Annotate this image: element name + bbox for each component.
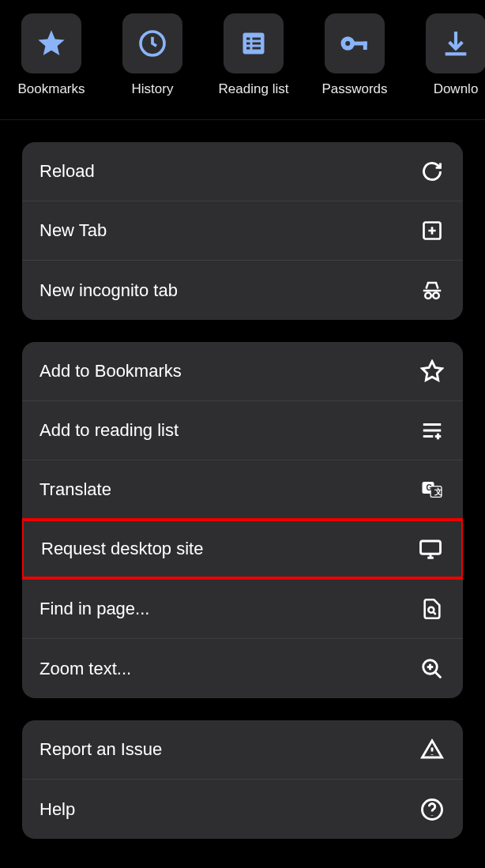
translate-label: Translate <box>39 479 111 500</box>
reload-item[interactable]: Reload <box>22 142 463 201</box>
add-reading-list-label: Add to reading list <box>39 420 179 441</box>
bookmarks-shortcut[interactable]: Bookmarks <box>12 13 91 97</box>
find-in-page-item[interactable]: Find in page... <box>22 580 463 639</box>
svg-point-13 <box>425 292 431 299</box>
zoom-text-item[interactable]: Zoom text... <box>22 639 463 698</box>
downloads-shortcut[interactable]: Downlo <box>416 13 485 97</box>
new-tab-item[interactable]: New Tab <box>22 201 463 261</box>
svg-text:文: 文 <box>434 487 442 496</box>
passwords-shortcut[interactable]: Passwords <box>315 13 394 97</box>
reload-icon <box>420 160 444 183</box>
svg-text:G: G <box>427 483 433 492</box>
svg-rect-4 <box>246 43 250 45</box>
find-in-page-icon <box>420 597 444 621</box>
new-incognito-item[interactable]: New incognito tab <box>22 261 463 320</box>
svg-point-14 <box>433 292 439 299</box>
downloads-label: Downlo <box>434 81 479 97</box>
add-bookmarks-item[interactable]: Add to Bookmarks <box>22 342 463 401</box>
svg-rect-2 <box>246 38 250 40</box>
svg-rect-7 <box>253 47 261 50</box>
reading-list-label: Reading list <box>219 81 289 97</box>
svg-rect-6 <box>246 47 250 50</box>
help-icon <box>420 798 444 821</box>
find-in-page-label: Find in page... <box>39 599 149 619</box>
report-issue-item[interactable]: Report an Issue <box>22 720 463 780</box>
bookmarks-label: Bookmarks <box>17 81 85 97</box>
new-tab-label: New Tab <box>39 220 107 241</box>
history-shortcut[interactable]: History <box>113 13 192 97</box>
star-icon <box>21 13 81 73</box>
download-icon <box>426 13 485 73</box>
svg-rect-11 <box>363 42 367 51</box>
list-add-icon <box>420 419 444 442</box>
star-outline-icon <box>420 359 444 383</box>
svg-point-21 <box>428 607 434 613</box>
reading-list-shortcut[interactable]: Reading list <box>214 13 293 97</box>
svg-point-9 <box>345 41 350 46</box>
menu-section-3: Report an Issue Help <box>22 720 463 839</box>
report-issue-label: Report an Issue <box>39 739 162 760</box>
menu-section-1: Reload New Tab New incognito tab <box>22 142 463 320</box>
incognito-icon <box>420 279 444 302</box>
new-incognito-label: New incognito tab <box>39 280 178 301</box>
add-reading-list-item[interactable]: Add to reading list <box>22 401 463 460</box>
monitor-icon <box>419 537 442 561</box>
add-bookmarks-label: Add to Bookmarks <box>39 361 182 381</box>
zoom-in-icon <box>420 657 444 681</box>
svg-rect-5 <box>253 43 261 45</box>
translate-icon: G文 <box>420 478 444 502</box>
menu-section-2: Add to Bookmarks Add to reading list Tra… <box>22 342 463 698</box>
reload-label: Reload <box>39 161 95 182</box>
list-icon <box>224 13 284 73</box>
warning-icon <box>420 738 444 761</box>
shortcuts-row: Bookmarks History Reading list Passwords… <box>0 0 485 120</box>
zoom-text-label: Zoom text... <box>39 659 131 679</box>
help-label: Help <box>39 799 75 820</box>
history-label: History <box>132 81 174 97</box>
plus-box-icon <box>420 219 444 242</box>
request-desktop-item[interactable]: Request desktop site <box>22 518 463 580</box>
help-item[interactable]: Help <box>22 780 463 839</box>
svg-rect-20 <box>421 541 441 554</box>
key-icon <box>325 13 385 73</box>
passwords-label: Passwords <box>321 81 387 97</box>
svg-rect-3 <box>253 38 261 40</box>
request-desktop-label: Request desktop site <box>41 539 203 559</box>
translate-item[interactable]: Translate G文 <box>22 460 463 520</box>
clock-icon <box>122 13 182 73</box>
